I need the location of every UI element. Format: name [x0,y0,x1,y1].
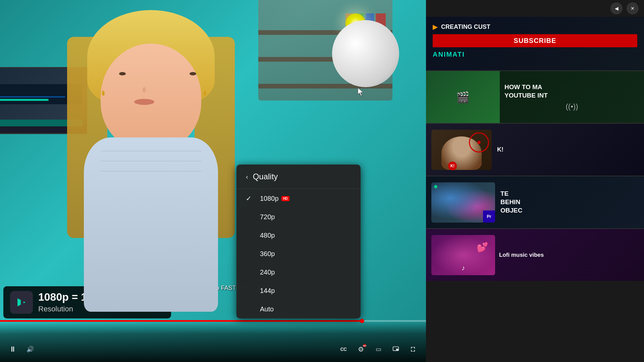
cc-button[interactable]: CC [337,343,350,355]
k-badge: K! [448,162,457,170]
music-card-text: Lofi music vibes [499,251,639,259]
quality-option-144p[interactable]: 144p [236,282,361,300]
quality-option-360p[interactable]: 360p [236,245,361,263]
sidebar-card-person[interactable]: K! K! [426,124,644,176]
live-dot [434,185,437,188]
tech-card-title: TEBEHINOBJEC [500,190,639,215]
quality-header: ‹ Quality [236,165,361,189]
quality-option-240p[interactable]: 240p [236,263,361,282]
sidebar-card-tech[interactable]: Pr TEBEHINOBJEC [426,176,644,228]
sidebar: ◀ ✕ ▶ CREATING CUST SUBSCRIBE ANIMATI 🎬 … [426,0,644,362]
svg-marker-4 [21,298,23,306]
hd-badge: HD [281,196,289,201]
quality-label-auto: Auto [260,305,274,313]
quality-check-empty-auto [246,305,254,313]
sidebar-card-creating: ▶ CREATING CUST SUBSCRIBE ANIMATI [426,17,644,70]
sphere-decoration [332,20,399,87]
quality-check-empty-480 [246,232,254,239]
sidebar-btn-1[interactable]: ◀ [610,2,623,14]
brand-logo [10,291,33,314]
wifi-icon: ((•)) [504,102,639,111]
arrow-icon: ▶ [433,23,438,31]
quality-label-144p: 144p [260,287,275,295]
sidebar-card-music[interactable]: 💕 ♪ Lofi music vibes [426,229,644,281]
sidebar-card-how[interactable]: 🎬 HOW TO MAYOUTUBE INT ((•)) [426,71,644,123]
svg-rect-1 [396,349,398,350]
settings-button[interactable]: ⚙ HD [355,343,367,355]
controls-bar: ⏸ 🔊 CC ⚙ HD ▭ [0,322,426,362]
quality-panel: ‹ Quality ✓ 1080p HD 720p 480p 360p [236,165,361,318]
quality-checkmark: ✓ [246,194,254,202]
quality-check-empty-240 [246,268,254,276]
quality-label-720p: 720p [260,213,275,221]
quality-label-1080p: 1080p HD [260,195,289,202]
quality-option-480p[interactable]: 480p [236,226,361,245]
animation-label: ANIMATI [433,51,637,58]
volume-button[interactable]: 🔊 [24,343,36,355]
quality-option-auto[interactable]: Auto [236,300,361,318]
quality-label-240p: 240p [260,268,275,276]
fullscreen-button[interactable] [407,343,419,355]
sidebar-top: ◀ ✕ [426,0,644,17]
quality-title: Quality [253,172,278,181]
how-to-title: HOW TO MAYOUTUBE INT [504,83,639,100]
person-card-text: K! [497,145,639,154]
creating-title: CREATING CUST [441,23,490,31]
quality-back-button[interactable]: ‹ [246,173,248,181]
premiere-badge: Pr [483,210,495,223]
theater-mode-button[interactable]: ▭ [372,343,384,355]
quality-check-empty-720 [246,213,254,221]
miniplayer-button[interactable] [390,343,402,355]
sidebar-btn-2[interactable]: ✕ [627,2,639,14]
pause-button[interactable]: ⏸ [7,343,19,355]
quality-option-720p[interactable]: 720p [236,208,361,226]
quality-option-1080p[interactable]: ✓ 1080p HD [236,189,361,208]
subscribe-button[interactable]: SUBSCRIBE [433,34,637,47]
quality-label-480p: 480p [260,232,275,239]
quality-check-empty-144 [246,287,254,295]
quality-check-empty-360 [246,250,254,258]
quality-label-360p: 360p [260,250,275,258]
video-player[interactable]: ⏸ 🔊 CC ⚙ HD ▭ [0,0,426,362]
